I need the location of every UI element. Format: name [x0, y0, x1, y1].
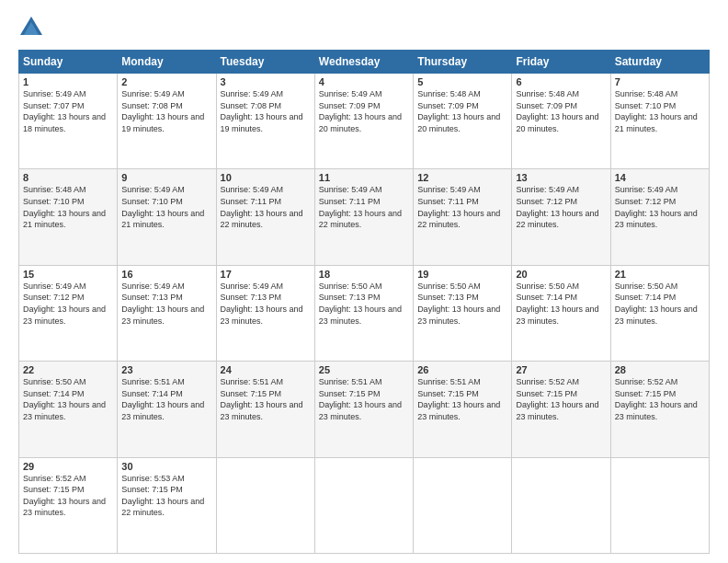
day-info: Sunrise: 5:50 AM Sunset: 7:14 PM Dayligh… — [23, 376, 113, 422]
day-info: Sunrise: 5:49 AM Sunset: 7:13 PM Dayligh… — [221, 281, 311, 327]
day-cell: 25 Sunrise: 5:51 AM Sunset: 7:15 PM Dayl… — [314, 362, 413, 457]
day-cell: 18 Sunrise: 5:50 AM Sunset: 7:13 PM Dayl… — [314, 265, 413, 361]
day-number: 30 — [121, 461, 211, 472]
header-cell-monday: Monday — [118, 51, 216, 74]
day-info: Sunrise: 5:49 AM Sunset: 7:09 PM Dayligh… — [319, 88, 409, 134]
day-cell — [610, 457, 709, 553]
week-row-3: 15 Sunrise: 5:49 AM Sunset: 7:12 PM Dayl… — [19, 265, 710, 361]
day-cell: 12 Sunrise: 5:49 AM Sunset: 7:11 PM Dayl… — [414, 169, 512, 265]
day-cell: 2 Sunrise: 5:49 AM Sunset: 7:08 PM Dayli… — [118, 74, 216, 169]
day-number: 5 — [417, 76, 507, 87]
day-number: 29 — [23, 461, 113, 472]
day-info: Sunrise: 5:53 AM Sunset: 7:15 PM Dayligh… — [121, 473, 211, 519]
day-cell — [512, 457, 610, 553]
day-info: Sunrise: 5:49 AM Sunset: 7:11 PM Dayligh… — [221, 184, 311, 230]
day-cell: 29 Sunrise: 5:52 AM Sunset: 7:15 PM Dayl… — [19, 457, 118, 553]
day-number: 19 — [417, 269, 507, 280]
day-number: 28 — [615, 364, 705, 375]
header-cell-friday: Friday — [512, 51, 610, 74]
day-number: 2 — [121, 76, 211, 87]
day-number: 20 — [516, 269, 606, 280]
day-cell: 4 Sunrise: 5:49 AM Sunset: 7:09 PM Dayli… — [314, 74, 413, 169]
day-info: Sunrise: 5:49 AM Sunset: 7:10 PM Dayligh… — [121, 184, 211, 230]
day-number: 21 — [615, 269, 705, 280]
day-number: 27 — [516, 364, 606, 375]
day-info: Sunrise: 5:52 AM Sunset: 7:15 PM Dayligh… — [516, 376, 606, 422]
day-info: Sunrise: 5:49 AM Sunset: 7:11 PM Dayligh… — [319, 184, 409, 230]
day-cell: 10 Sunrise: 5:49 AM Sunset: 7:11 PM Dayl… — [216, 169, 314, 265]
day-cell — [414, 457, 512, 553]
header-cell-saturday: Saturday — [610, 51, 709, 74]
day-number: 8 — [23, 172, 113, 183]
day-number: 25 — [319, 364, 409, 375]
day-cell: 8 Sunrise: 5:48 AM Sunset: 7:10 PM Dayli… — [19, 169, 118, 265]
day-number: 14 — [615, 172, 705, 183]
day-number: 3 — [221, 76, 311, 87]
day-cell: 26 Sunrise: 5:51 AM Sunset: 7:15 PM Dayl… — [414, 362, 512, 457]
day-cell — [216, 457, 314, 553]
day-cell: 9 Sunrise: 5:49 AM Sunset: 7:10 PM Dayli… — [118, 169, 216, 265]
day-number: 18 — [319, 269, 409, 280]
week-row-5: 29 Sunrise: 5:52 AM Sunset: 7:15 PM Dayl… — [19, 457, 710, 553]
day-number: 10 — [221, 172, 311, 183]
day-cell: 13 Sunrise: 5:49 AM Sunset: 7:12 PM Dayl… — [512, 169, 610, 265]
day-cell: 23 Sunrise: 5:51 AM Sunset: 7:14 PM Dayl… — [118, 362, 216, 457]
header-cell-sunday: Sunday — [19, 51, 118, 74]
day-info: Sunrise: 5:50 AM Sunset: 7:14 PM Dayligh… — [615, 281, 705, 327]
day-number: 17 — [221, 269, 311, 280]
day-cell: 22 Sunrise: 5:50 AM Sunset: 7:14 PM Dayl… — [19, 362, 118, 457]
week-row-2: 8 Sunrise: 5:48 AM Sunset: 7:10 PM Dayli… — [19, 169, 710, 265]
header — [18, 15, 710, 40]
day-number: 13 — [516, 172, 606, 183]
day-info: Sunrise: 5:50 AM Sunset: 7:14 PM Dayligh… — [516, 281, 606, 327]
day-cell: 5 Sunrise: 5:48 AM Sunset: 7:09 PM Dayli… — [414, 74, 512, 169]
header-cell-thursday: Thursday — [414, 51, 512, 74]
day-info: Sunrise: 5:51 AM Sunset: 7:14 PM Dayligh… — [121, 376, 211, 422]
day-number: 6 — [516, 76, 606, 87]
day-number: 1 — [23, 76, 113, 87]
day-number: 4 — [319, 76, 409, 87]
day-info: Sunrise: 5:50 AM Sunset: 7:13 PM Dayligh… — [319, 281, 409, 327]
day-info: Sunrise: 5:49 AM Sunset: 7:12 PM Dayligh… — [23, 281, 113, 327]
header-row: SundayMondayTuesdayWednesdayThursdayFrid… — [19, 51, 710, 74]
day-info: Sunrise: 5:48 AM Sunset: 7:10 PM Dayligh… — [615, 88, 705, 134]
day-cell: 1 Sunrise: 5:49 AM Sunset: 7:07 PM Dayli… — [19, 74, 118, 169]
day-number: 16 — [121, 269, 211, 280]
day-number: 23 — [121, 364, 211, 375]
week-row-1: 1 Sunrise: 5:49 AM Sunset: 7:07 PM Dayli… — [19, 74, 710, 169]
day-info: Sunrise: 5:51 AM Sunset: 7:15 PM Dayligh… — [319, 376, 409, 422]
day-number: 22 — [23, 364, 113, 375]
header-cell-wednesday: Wednesday — [314, 51, 413, 74]
day-number: 26 — [417, 364, 507, 375]
day-cell: 30 Sunrise: 5:53 AM Sunset: 7:15 PM Dayl… — [118, 457, 216, 553]
day-cell: 24 Sunrise: 5:51 AM Sunset: 7:15 PM Dayl… — [216, 362, 314, 457]
day-cell: 3 Sunrise: 5:49 AM Sunset: 7:08 PM Dayli… — [216, 74, 314, 169]
day-info: Sunrise: 5:51 AM Sunset: 7:15 PM Dayligh… — [221, 376, 311, 422]
day-cell: 19 Sunrise: 5:50 AM Sunset: 7:13 PM Dayl… — [414, 265, 512, 361]
day-number: 7 — [615, 76, 705, 87]
day-info: Sunrise: 5:49 AM Sunset: 7:08 PM Dayligh… — [221, 88, 311, 134]
day-info: Sunrise: 5:49 AM Sunset: 7:12 PM Dayligh… — [615, 184, 705, 230]
day-cell: 21 Sunrise: 5:50 AM Sunset: 7:14 PM Dayl… — [610, 265, 709, 361]
day-info: Sunrise: 5:49 AM Sunset: 7:11 PM Dayligh… — [417, 184, 507, 230]
day-number: 9 — [121, 172, 211, 183]
day-info: Sunrise: 5:52 AM Sunset: 7:15 PM Dayligh… — [615, 376, 705, 422]
day-cell — [314, 457, 413, 553]
day-info: Sunrise: 5:49 AM Sunset: 7:13 PM Dayligh… — [121, 281, 211, 327]
day-cell: 15 Sunrise: 5:49 AM Sunset: 7:12 PM Dayl… — [19, 265, 118, 361]
day-number: 12 — [417, 172, 507, 183]
day-info: Sunrise: 5:52 AM Sunset: 7:15 PM Dayligh… — [23, 473, 113, 519]
logo-icon — [18, 15, 44, 40]
day-number: 11 — [319, 172, 409, 183]
page: SundayMondayTuesdayWednesdayThursdayFrid… — [0, 0, 728, 563]
day-info: Sunrise: 5:48 AM Sunset: 7:10 PM Dayligh… — [23, 184, 113, 230]
header-cell-tuesday: Tuesday — [216, 51, 314, 74]
day-info: Sunrise: 5:48 AM Sunset: 7:09 PM Dayligh… — [516, 88, 606, 134]
day-cell: 17 Sunrise: 5:49 AM Sunset: 7:13 PM Dayl… — [216, 265, 314, 361]
week-row-4: 22 Sunrise: 5:50 AM Sunset: 7:14 PM Dayl… — [19, 362, 710, 457]
day-cell: 6 Sunrise: 5:48 AM Sunset: 7:09 PM Dayli… — [512, 74, 610, 169]
logo — [18, 15, 48, 40]
day-cell: 20 Sunrise: 5:50 AM Sunset: 7:14 PM Dayl… — [512, 265, 610, 361]
day-cell: 16 Sunrise: 5:49 AM Sunset: 7:13 PM Dayl… — [118, 265, 216, 361]
day-cell: 11 Sunrise: 5:49 AM Sunset: 7:11 PM Dayl… — [314, 169, 413, 265]
